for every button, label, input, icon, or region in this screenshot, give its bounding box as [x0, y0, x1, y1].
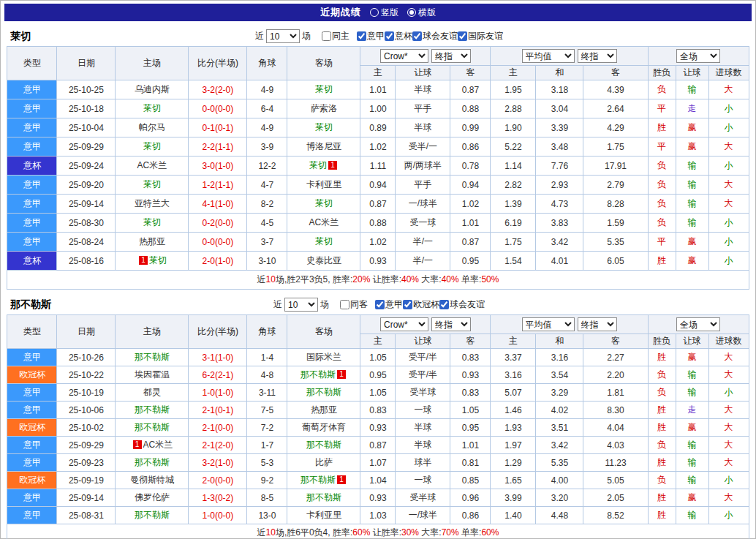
column-subheader: 进球数 [708, 66, 749, 80]
result-handicap-cell: 输 [676, 384, 708, 402]
avg-home-cell: 1.90 [491, 118, 536, 137]
average-select[interactable]: 平均值 [522, 317, 575, 331]
league-type-cell: 意甲 [7, 214, 57, 233]
summary-segment: 单率: [459, 274, 482, 284]
same-venue-checkbox-option[interactable]: 同主 [322, 30, 349, 42]
avg-away-cell: 1.75 [583, 137, 648, 157]
column-header: 主场 [116, 315, 189, 349]
competition-checkbox-option[interactable]: 球会友谊 [412, 30, 458, 42]
corners-cell: 7-2 [247, 419, 287, 437]
odds-company-select[interactable]: Crow* [380, 49, 428, 63]
avg-away-cell: 1.81 [583, 384, 648, 402]
date-cell: 25-10-06 [57, 402, 116, 419]
league-type-cell: 欧冠杯 [7, 472, 57, 489]
same-venue-checkbox[interactable] [340, 300, 349, 309]
scope-select[interactable]: 全场 [676, 317, 720, 331]
summary-segment: 让胜率: [370, 527, 401, 538]
team-name-text: 莱切 [315, 84, 333, 94]
column-subheader: 让球 [396, 66, 450, 80]
vertical-view-radio[interactable] [370, 8, 379, 17]
column-subheader: 客 [583, 334, 648, 349]
result-winlose-cell: 胜 [648, 118, 676, 137]
scope-select[interactable]: 全场 [676, 49, 720, 63]
view-option-vertical[interactable]: 竖版 [370, 7, 398, 19]
odds-kind-select[interactable]: 终指 [431, 49, 471, 63]
team-name-text: 博洛尼亚 [306, 141, 341, 151]
date-cell: 25-08-30 [57, 214, 116, 233]
red-card-badge: 1 [328, 161, 337, 170]
summary-segment: 让胜率: [370, 274, 401, 284]
same-venue-checkbox-option[interactable]: 同客 [340, 298, 368, 311]
competition-checkbox[interactable] [357, 31, 366, 41]
average-kind-select[interactable]: 终指 [578, 49, 617, 63]
league-type-cell: 意甲 [7, 80, 57, 99]
odds-handicap-cell: 受半球 [396, 489, 450, 507]
scope-header-group: 全场 [648, 47, 749, 66]
corners-cell: 7-5 [247, 402, 287, 419]
average-select[interactable]: 平均值 [522, 49, 575, 63]
odds-home-cell: 1.05 [360, 384, 396, 402]
date-cell: 25-10-04 [57, 118, 116, 137]
average-kind-select[interactable]: 终指 [578, 317, 617, 331]
away-team-cell: 那不勒斯 [287, 489, 360, 507]
competition-checkbox-option[interactable]: 球会友谊 [439, 298, 485, 311]
league-type-cell: 意甲 [7, 454, 57, 472]
match-row: 意甲25-08-31那不勒斯1-0(0-0)13-0卡利亚里1.03一/球半0.… [7, 507, 749, 524]
same-venue-checkbox[interactable] [322, 31, 331, 41]
result-handicap-cell: 走 [676, 99, 708, 118]
match-row: 意甲25-08-30莱切0-2(0-0)4-5AC米兰0.88受一球1.016.… [7, 214, 749, 233]
odds-company-select[interactable]: Crow* [380, 317, 428, 331]
odds-kind-select[interactable]: 终指 [431, 317, 471, 331]
away-team-cell: 那不勒斯 [287, 384, 360, 402]
league-type-cell: 欧冠杯 [7, 419, 57, 437]
avg-home-cell: 1.97 [491, 437, 536, 454]
column-header: 类型 [7, 47, 57, 80]
result-goals-cell: 大 [708, 402, 749, 419]
result-goals-cell: 小 [708, 214, 749, 233]
home-team-cell: 亚特兰大 [116, 195, 189, 214]
result-winlose-cell: 负 [648, 366, 676, 384]
corners-cell: 6-4 [247, 99, 287, 118]
column-subheader: 和 [536, 66, 583, 80]
away-team-cell: 卡利亚里 [287, 176, 360, 195]
score-cell: 4-1(1-0) [189, 195, 247, 214]
competition-checkbox-option[interactable]: 意甲 [375, 298, 403, 311]
score-cell: 0-2(0-0) [189, 214, 247, 233]
match-count-select[interactable]: 10 [266, 29, 300, 43]
match-row: 意杯25-09-24AC米兰3-0(1-0)12-2莱切11.11两/两球半0.… [7, 157, 749, 176]
match-count-select[interactable]: 10 [284, 298, 318, 312]
competition-checkbox[interactable] [412, 31, 422, 41]
horizontal-view-label: 横版 [418, 7, 436, 19]
avg-away-cell: 8.52 [583, 507, 648, 524]
competition-checkbox[interactable] [403, 300, 412, 309]
result-handicap-cell: 赢 [676, 252, 708, 271]
odds-away-cell: 0.95 [450, 419, 491, 437]
team-name-text: 那不勒斯 [306, 387, 341, 397]
avg-draw-cell: 3.16 [536, 349, 583, 366]
avg-draw-cell: 2.93 [536, 176, 583, 195]
result-winlose-cell: 负 [648, 472, 676, 489]
team-name-text: 那不勒斯 [135, 404, 170, 415]
odds-handicap-cell: 半球 [396, 118, 450, 137]
odds-home-cell: 0.83 [360, 402, 396, 419]
competition-checkbox[interactable] [385, 31, 394, 41]
competition-checkbox-option[interactable]: 意杯 [385, 30, 412, 42]
competition-checkbox[interactable] [458, 31, 467, 41]
view-option-horizontal[interactable]: 横版 [407, 7, 436, 19]
team-name-text: 那不勒斯 [135, 352, 170, 362]
competition-checkbox[interactable] [375, 300, 385, 309]
avg-away-cell: 17.91 [583, 157, 648, 176]
team-name-text: 莱切 [315, 236, 333, 246]
competition-checkbox-option[interactable]: 国际友谊 [458, 30, 503, 42]
home-team-cell: 帕尔马 [116, 118, 189, 137]
team-name-text: 那不勒斯 [306, 440, 341, 450]
avg-away-cell: 6.05 [583, 252, 648, 271]
competition-checkbox-option[interactable]: 意甲 [357, 30, 385, 42]
result-handicap-cell: 输 [676, 195, 708, 214]
league-type-cell: 意甲 [7, 384, 57, 402]
competition-checkbox-option[interactable]: 欧冠杯 [403, 298, 439, 311]
competition-checkbox[interactable] [439, 300, 449, 309]
team-name-text: 比萨 [315, 457, 333, 467]
horizontal-view-radio[interactable] [407, 8, 416, 17]
match-row: 意甲25-10-06那不勒斯2-1(0-1)7-5热那亚0.83一球1.051.… [7, 402, 749, 419]
